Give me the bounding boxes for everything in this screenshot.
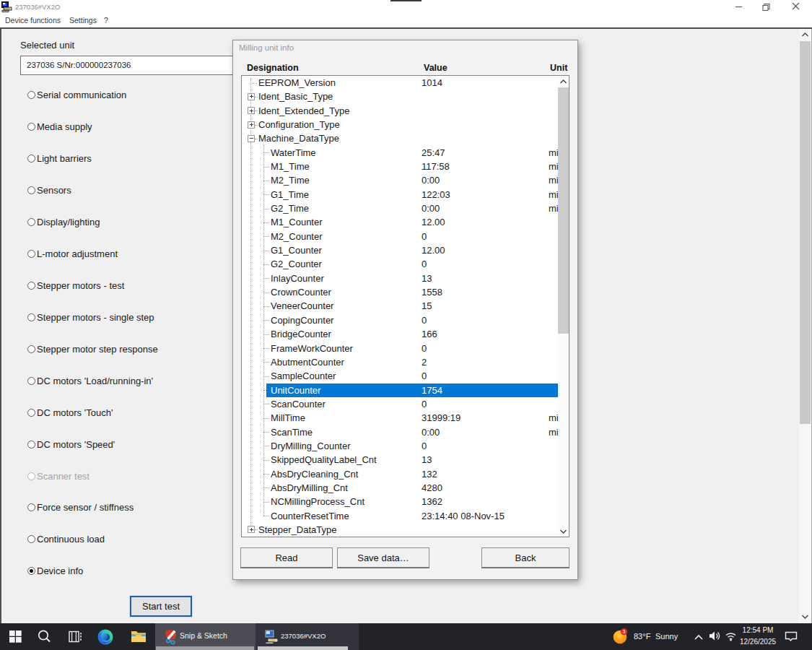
svg-text:3: 3: [623, 629, 626, 634]
